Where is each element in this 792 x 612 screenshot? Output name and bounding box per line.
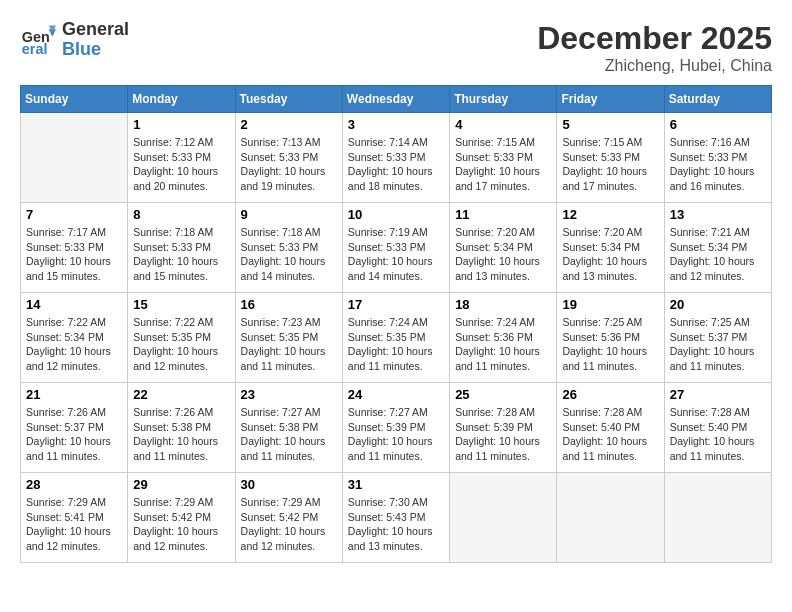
day-number: 31 [348,477,444,492]
calendar-cell: 29Sunrise: 7:29 AMSunset: 5:42 PMDayligh… [128,473,235,563]
day-number: 1 [133,117,229,132]
day-number: 30 [241,477,337,492]
weekday-header-row: SundayMondayTuesdayWednesdayThursdayFrid… [21,86,772,113]
calendar-cell: 3Sunrise: 7:14 AMSunset: 5:33 PMDaylight… [342,113,449,203]
day-number: 12 [562,207,658,222]
day-info: Sunrise: 7:22 AMSunset: 5:34 PMDaylight:… [26,315,122,374]
calendar-cell: 27Sunrise: 7:28 AMSunset: 5:40 PMDayligh… [664,383,771,473]
day-info: Sunrise: 7:27 AMSunset: 5:38 PMDaylight:… [241,405,337,464]
week-row: 1Sunrise: 7:12 AMSunset: 5:33 PMDaylight… [21,113,772,203]
day-info: Sunrise: 7:26 AMSunset: 5:37 PMDaylight:… [26,405,122,464]
calendar-cell: 25Sunrise: 7:28 AMSunset: 5:39 PMDayligh… [450,383,557,473]
calendar-cell: 20Sunrise: 7:25 AMSunset: 5:37 PMDayligh… [664,293,771,383]
calendar-cell: 9Sunrise: 7:18 AMSunset: 5:33 PMDaylight… [235,203,342,293]
day-number: 17 [348,297,444,312]
day-info: Sunrise: 7:30 AMSunset: 5:43 PMDaylight:… [348,495,444,554]
calendar-cell: 2Sunrise: 7:13 AMSunset: 5:33 PMDaylight… [235,113,342,203]
calendar-cell: 1Sunrise: 7:12 AMSunset: 5:33 PMDaylight… [128,113,235,203]
day-info: Sunrise: 7:28 AMSunset: 5:40 PMDaylight:… [562,405,658,464]
day-info: Sunrise: 7:15 AMSunset: 5:33 PMDaylight:… [455,135,551,194]
day-info: Sunrise: 7:18 AMSunset: 5:33 PMDaylight:… [133,225,229,284]
calendar: SundayMondayTuesdayWednesdayThursdayFrid… [20,85,772,563]
calendar-cell: 16Sunrise: 7:23 AMSunset: 5:35 PMDayligh… [235,293,342,383]
calendar-cell: 17Sunrise: 7:24 AMSunset: 5:35 PMDayligh… [342,293,449,383]
day-number: 14 [26,297,122,312]
day-number: 7 [26,207,122,222]
day-number: 16 [241,297,337,312]
day-number: 22 [133,387,229,402]
logo-line2: Blue [62,40,129,60]
weekday-header: Friday [557,86,664,113]
day-info: Sunrise: 7:24 AMSunset: 5:35 PMDaylight:… [348,315,444,374]
calendar-cell: 31Sunrise: 7:30 AMSunset: 5:43 PMDayligh… [342,473,449,563]
calendar-cell: 13Sunrise: 7:21 AMSunset: 5:34 PMDayligh… [664,203,771,293]
location: Zhicheng, Hubei, China [537,57,772,75]
calendar-cell: 18Sunrise: 7:24 AMSunset: 5:36 PMDayligh… [450,293,557,383]
day-info: Sunrise: 7:23 AMSunset: 5:35 PMDaylight:… [241,315,337,374]
day-number: 23 [241,387,337,402]
month-title: December 2025 [537,20,772,57]
weekday-header: Wednesday [342,86,449,113]
weekday-header: Saturday [664,86,771,113]
day-number: 9 [241,207,337,222]
day-info: Sunrise: 7:18 AMSunset: 5:33 PMDaylight:… [241,225,337,284]
day-info: Sunrise: 7:19 AMSunset: 5:33 PMDaylight:… [348,225,444,284]
day-number: 5 [562,117,658,132]
day-number: 18 [455,297,551,312]
calendar-cell: 24Sunrise: 7:27 AMSunset: 5:39 PMDayligh… [342,383,449,473]
logo-line1: General [62,20,129,40]
logo: Gen eral General Blue [20,20,129,60]
calendar-cell: 10Sunrise: 7:19 AMSunset: 5:33 PMDayligh… [342,203,449,293]
day-number: 19 [562,297,658,312]
day-info: Sunrise: 7:20 AMSunset: 5:34 PMDaylight:… [455,225,551,284]
calendar-cell [664,473,771,563]
day-number: 10 [348,207,444,222]
day-number: 8 [133,207,229,222]
day-number: 29 [133,477,229,492]
day-number: 26 [562,387,658,402]
day-info: Sunrise: 7:15 AMSunset: 5:33 PMDaylight:… [562,135,658,194]
day-info: Sunrise: 7:29 AMSunset: 5:41 PMDaylight:… [26,495,122,554]
weekday-header: Tuesday [235,86,342,113]
calendar-cell: 28Sunrise: 7:29 AMSunset: 5:41 PMDayligh… [21,473,128,563]
day-number: 21 [26,387,122,402]
day-info: Sunrise: 7:12 AMSunset: 5:33 PMDaylight:… [133,135,229,194]
calendar-cell: 12Sunrise: 7:20 AMSunset: 5:34 PMDayligh… [557,203,664,293]
week-row: 28Sunrise: 7:29 AMSunset: 5:41 PMDayligh… [21,473,772,563]
week-row: 21Sunrise: 7:26 AMSunset: 5:37 PMDayligh… [21,383,772,473]
day-number: 24 [348,387,444,402]
calendar-cell [557,473,664,563]
day-info: Sunrise: 7:16 AMSunset: 5:33 PMDaylight:… [670,135,766,194]
day-info: Sunrise: 7:28 AMSunset: 5:39 PMDaylight:… [455,405,551,464]
day-number: 15 [133,297,229,312]
day-number: 25 [455,387,551,402]
day-number: 13 [670,207,766,222]
page-header: Gen eral General Blue December 2025 Zhic… [20,20,772,75]
day-info: Sunrise: 7:22 AMSunset: 5:35 PMDaylight:… [133,315,229,374]
calendar-cell: 5Sunrise: 7:15 AMSunset: 5:33 PMDaylight… [557,113,664,203]
day-info: Sunrise: 7:21 AMSunset: 5:34 PMDaylight:… [670,225,766,284]
calendar-cell: 4Sunrise: 7:15 AMSunset: 5:33 PMDaylight… [450,113,557,203]
week-row: 7Sunrise: 7:17 AMSunset: 5:33 PMDaylight… [21,203,772,293]
calendar-cell: 21Sunrise: 7:26 AMSunset: 5:37 PMDayligh… [21,383,128,473]
day-number: 2 [241,117,337,132]
day-info: Sunrise: 7:25 AMSunset: 5:36 PMDaylight:… [562,315,658,374]
day-info: Sunrise: 7:17 AMSunset: 5:33 PMDaylight:… [26,225,122,284]
week-row: 14Sunrise: 7:22 AMSunset: 5:34 PMDayligh… [21,293,772,383]
calendar-cell: 30Sunrise: 7:29 AMSunset: 5:42 PMDayligh… [235,473,342,563]
day-number: 20 [670,297,766,312]
day-number: 11 [455,207,551,222]
day-info: Sunrise: 7:14 AMSunset: 5:33 PMDaylight:… [348,135,444,194]
weekday-header: Monday [128,86,235,113]
day-info: Sunrise: 7:20 AMSunset: 5:34 PMDaylight:… [562,225,658,284]
calendar-cell [450,473,557,563]
day-number: 27 [670,387,766,402]
calendar-cell: 7Sunrise: 7:17 AMSunset: 5:33 PMDaylight… [21,203,128,293]
calendar-cell: 19Sunrise: 7:25 AMSunset: 5:36 PMDayligh… [557,293,664,383]
calendar-cell: 23Sunrise: 7:27 AMSunset: 5:38 PMDayligh… [235,383,342,473]
calendar-cell: 8Sunrise: 7:18 AMSunset: 5:33 PMDaylight… [128,203,235,293]
day-number: 4 [455,117,551,132]
day-number: 3 [348,117,444,132]
logo-icon: Gen eral [20,22,56,58]
logo-text: General Blue [62,20,129,60]
